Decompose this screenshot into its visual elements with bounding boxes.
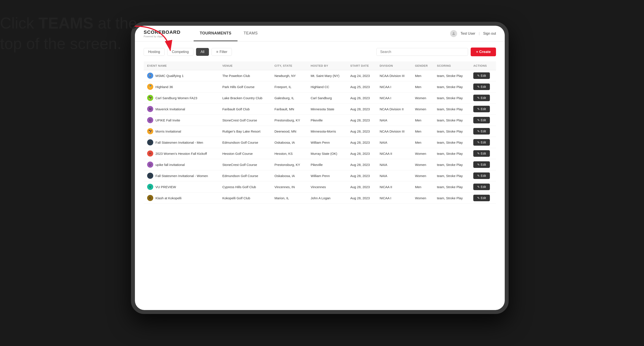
competing-filter-btn[interactable]: Competing [167,48,193,56]
cell-city-state: Hesston, KS [271,148,307,159]
event-icon: 🦅 [147,128,153,134]
cell-event-name: M Maverick Invitational [144,104,219,115]
cell-actions: ✎ Edit [470,192,496,204]
col-gender: GENDER [412,61,433,70]
cell-venue: Edmundson Golf Course [219,170,271,181]
cell-start-date: Aug 28, 2023 [347,126,376,137]
cell-start-date: Aug 28, 2023 [347,170,376,181]
cell-venue: Lake Bracken Country Club [219,92,271,104]
table-body: 🏌 MSMC Qualifying 1 The Powelton Club Ne… [144,70,496,204]
event-name-text: Carl Sandburg Women FA23 [156,96,197,100]
cell-event-name: 🏅 Highland 36 [144,81,219,92]
cell-scoring: team, Stroke Play [433,70,470,81]
cell-event-name: V VU PREVIEW [144,181,219,192]
cell-city-state: Freeport, IL [271,81,307,92]
edit-button[interactable]: ✎ Edit [473,195,490,201]
cell-event-name: W Fall Statesmen Invitational - Men [144,137,219,148]
cell-venue: StoneCrest Golf Course [219,159,271,170]
cell-division: NCAA Division III [376,70,412,81]
edit-button[interactable]: ✎ Edit [473,83,490,90]
top-nav: SCOREBOARD Powered by clippit TOURNAMENT… [135,26,505,41]
col-city-state: CITY, STATE [271,61,307,70]
cell-start-date: Aug 28, 2023 [347,148,376,159]
cell-venue: Cypress Hills Golf Club [219,181,271,192]
event-icon: H [147,151,153,157]
edit-button[interactable]: ✎ Edit [473,173,490,179]
cell-event-name: K Klash at Kokopelli [144,192,219,204]
cell-hosted-by: Murray State (OK) [307,148,347,159]
logo-area: SCOREBOARD Powered by clippit [144,29,180,38]
edit-button[interactable]: ✎ Edit [473,139,490,146]
event-icon: U [147,162,153,168]
table-row: V VU PREVIEW Cypress Hills Golf Club Vin… [144,181,496,192]
cell-venue: Hesston Golf Course [219,148,271,159]
cell-city-state: Vincennes, IN [271,181,307,192]
cell-gender: Men [412,115,433,126]
event-icon: V [147,184,153,190]
table-row: U UPIKE Fall Invite StoneCrest Golf Cour… [144,115,496,126]
edit-button[interactable]: ✎ Edit [473,183,490,190]
cell-city-state: Galesburg, IL [271,92,307,104]
tab-teams[interactable]: TEAMS [238,26,264,41]
cell-actions: ✎ Edit [470,70,496,81]
cell-hosted-by: Highland CC [307,81,347,92]
table-row: H 2023 Women's Hesston Fall Kickoff Hess… [144,148,496,159]
cell-venue: Ruttger's Bay Lake Resort [219,126,271,137]
cell-venue: The Powelton Club [219,70,271,81]
col-event-name: EVENT NAME [144,61,219,70]
nav-tabs: TOURNAMENTS TEAMS [194,26,264,41]
cell-division: NAIA [376,159,412,170]
cell-hosted-by: William Penn [307,170,347,181]
create-btn[interactable]: + Create [471,47,496,56]
edit-button[interactable]: ✎ Edit [473,128,490,135]
event-name-text: 2023 Women's Hesston Fall Kickoff [156,152,207,156]
cell-gender: Women [412,104,433,115]
tab-tournaments[interactable]: TOURNAMENTS [194,26,238,41]
col-scoring: SCORING [433,61,470,70]
event-icon: M [147,106,153,112]
cell-gender: Men [412,70,433,81]
edit-button[interactable]: ✎ Edit [473,150,490,157]
cell-city-state: Deerwood, MN [271,126,307,137]
cell-city-state: Oskaloosa, IA [271,137,307,148]
nav-signout-link[interactable]: Sign out [483,32,496,35]
cell-hosted-by: Pikeville [307,115,347,126]
cell-city-state: Oskaloosa, IA [271,170,307,181]
edit-button[interactable]: ✎ Edit [473,117,490,123]
cell-gender: Men [412,126,433,137]
filter-options-btn[interactable]: ≡ Filter [212,48,232,56]
cell-scoring: team, Stroke Play [433,81,470,92]
col-hosted-by: HOSTED BY [307,61,347,70]
user-icon [450,30,457,37]
table-row: K Klash at Kokopelli Kokopelli Golf Club… [144,192,496,204]
cell-gender: Women [412,148,433,159]
event-icon: W [147,173,153,179]
cell-start-date: Aug 28, 2023 [347,115,376,126]
cell-city-state: Prestonsburg, KY [271,159,307,170]
cell-actions: ✎ Edit [470,170,496,181]
cell-division: NICAA II [376,181,412,192]
cell-city-state: Marion, IL [271,192,307,204]
event-icon: 🦅 [147,95,153,101]
table-row: 🦅 Carl Sandburg Women FA23 Lake Bracken … [144,92,496,104]
cell-hosted-by: Vincennes [307,181,347,192]
cell-actions: ✎ Edit [470,92,496,104]
logo-title: SCOREBOARD [144,29,180,35]
cell-start-date: Aug 25, 2023 [347,81,376,92]
cell-division: NICAA I [376,92,412,104]
edit-button[interactable]: ✎ Edit [473,72,490,79]
all-filter-btn[interactable]: All [196,48,209,56]
hosting-filter-btn[interactable]: Hosting [144,48,164,56]
col-start-date: START DATE [347,61,376,70]
event-icon: 🏌 [147,73,153,79]
cell-scoring: team, Stroke Play [433,104,470,115]
cell-hosted-by: Pikeville [307,159,347,170]
search-input[interactable] [376,48,468,56]
edit-button[interactable]: ✎ Edit [473,161,490,168]
cell-gender: Women [412,159,433,170]
cell-start-date: Aug 28, 2023 [347,192,376,204]
edit-button[interactable]: ✎ Edit [473,95,490,101]
cell-actions: ✎ Edit [470,137,496,148]
edit-button[interactable]: ✎ Edit [473,106,490,112]
cell-hosted-by: Carl Sandburg [307,92,347,104]
